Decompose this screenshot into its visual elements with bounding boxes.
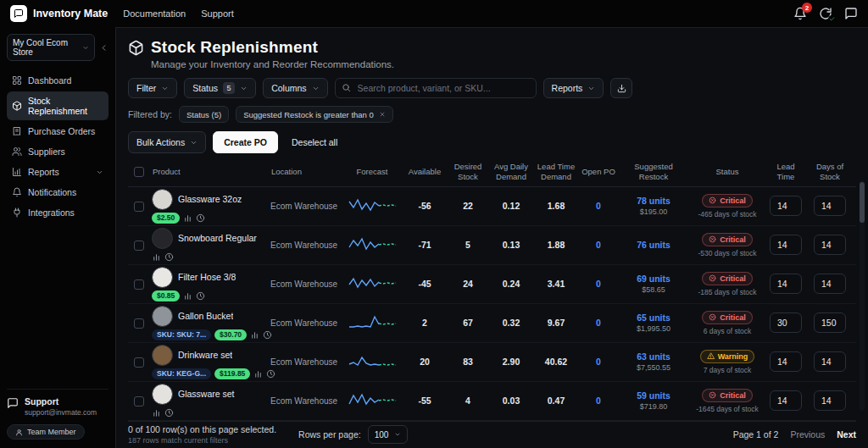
select-all-checkbox[interactable] [134,167,144,177]
column-header-suggested-restock[interactable]: Suggested Restock [618,162,689,182]
column-header-lead-time[interactable]: Lead Time [765,162,806,182]
days-of-stock-input[interactable]: 150 [814,312,846,333]
sidebar-item-integrations[interactable]: Integrations [7,203,108,222]
column-header-location[interactable]: Location [269,167,342,177]
days-of-stock-input[interactable]: 14 [814,351,846,372]
sidebar-item-stock-replenishment[interactable]: Stock Replenishment [7,91,108,120]
product-name[interactable]: Snowboard Regular [178,233,257,243]
sidebar-item-purchase-orders[interactable]: Purchase Orders [7,122,108,141]
status-filter-button[interactable]: Status 5 [184,78,256,98]
bulk-actions-button[interactable]: Bulk Actions [128,131,206,153]
notification-bell-icon[interactable]: 2 [793,7,807,20]
bar-chart-icon[interactable] [253,369,263,379]
open-po-link[interactable]: 0 [596,240,601,250]
restock-value: $719.80 [640,402,668,411]
reports-button[interactable]: Reports [543,78,604,98]
filter-chip-status[interactable]: Status (5) [179,106,229,123]
deselect-all-button[interactable]: Deselect all [285,131,344,153]
sync-status-icon[interactable] [819,7,832,20]
open-po-link[interactable]: 0 [596,201,601,211]
nav-link-support[interactable]: Support [201,8,234,19]
row-checkbox[interactable] [134,396,144,407]
column-header-lead-time-demand[interactable]: Lead Time Demand [533,162,579,182]
product-name[interactable]: Drinkware set [178,350,232,360]
open-po-link[interactable]: 0 [596,279,601,289]
restock-units-link[interactable]: 78 units [637,196,670,206]
sidebar-item-dashboard[interactable]: Dashboard [7,71,108,90]
restock-units-link[interactable]: 76 units [637,240,670,250]
clock-icon[interactable] [266,369,275,379]
restock-units-link[interactable]: 65 units [637,312,670,323]
bar-chart-icon[interactable] [152,408,161,418]
column-header-days-of-stock[interactable]: Days of Stock [806,162,854,182]
store-selector[interactable]: My Cool Ecom Store [7,34,95,61]
lead-time-input[interactable]: 30 [770,312,802,333]
sidebar-collapse-button[interactable] [99,43,108,53]
restock-units-link[interactable]: 59 units [637,390,670,401]
column-header-status[interactable]: Status [689,167,765,177]
bar-chart-icon[interactable] [250,330,259,340]
sidebar-item-notifications[interactable]: Notifications [7,183,108,202]
row-checkbox[interactable] [134,241,144,251]
product-name[interactable]: Glassware set [178,389,235,399]
scrollbar-thumb[interactable] [860,182,865,223]
row-checkbox[interactable] [134,202,144,212]
lead-time-input[interactable]: 14 [770,196,802,216]
restock-units-link[interactable]: 63 units [637,351,670,362]
clock-icon[interactable] [164,408,174,418]
chat-icon[interactable] [844,7,858,20]
support-block[interactable]: Support support@invmate.com [7,396,108,417]
row-checkbox[interactable] [134,279,144,290]
row-checkbox[interactable] [134,357,144,368]
product-name[interactable]: Gallon Bucket [178,311,233,321]
sidebar-item-reports[interactable]: Reports [7,163,108,181]
bar-chart-icon[interactable] [152,252,161,262]
user-role-badge[interactable]: Team Member [7,424,85,440]
columns-button[interactable]: Columns [263,78,327,98]
column-header-open-po[interactable]: Open PO [579,167,618,177]
row-checkbox[interactable] [134,318,144,329]
rows-per-page-select[interactable]: 100 [368,425,409,444]
open-po-link[interactable]: 0 [596,395,601,406]
bar-chart-icon[interactable] [183,213,192,223]
lead-time-input[interactable]: 14 [770,390,802,411]
previous-page-button[interactable]: Previous [790,429,825,440]
sidebar-item-label: Integrations [28,207,75,218]
brand[interactable]: Inventory Mate [10,5,108,22]
clock-icon[interactable] [196,213,205,223]
remove-filter-icon[interactable] [379,111,386,118]
stock-replenishment-icon [12,101,22,111]
clock-icon[interactable] [263,330,272,340]
days-of-stock-input[interactable]: 14 [814,274,846,294]
open-po-link[interactable]: 0 [596,318,601,328]
lead-time-input[interactable]: 14 [770,274,802,294]
sidebar-item-suppliers[interactable]: Suppliers [7,142,108,161]
column-header-desired-stock[interactable]: Desired Stock [447,162,489,182]
filter-button[interactable]: Filter [128,78,177,98]
clock-icon[interactable] [164,252,174,262]
product-name[interactable]: Filter Hose 3/8 [178,272,236,282]
download-button[interactable] [610,78,632,98]
filter-chip-restock[interactable]: Suggested Restock is greater than 0 [236,106,393,123]
column-header-available[interactable]: Available [403,167,447,177]
days-of-stock-input[interactable]: 14 [814,390,846,411]
days-of-stock-input[interactable]: 14 [814,196,846,216]
vertical-scrollbar[interactable] [860,180,865,411]
search-input[interactable] [335,78,537,98]
lead-time-input[interactable]: 14 [770,235,802,255]
clock-icon[interactable] [196,291,205,301]
column-header-avg-daily-demand[interactable]: Avg Daily Demand [489,162,533,182]
column-header-product[interactable]: Product [150,167,269,177]
days-of-stock-input[interactable]: 14 [814,235,846,255]
restock-units-link[interactable]: 69 units [637,274,670,284]
lead-time-input[interactable]: 14 [770,351,802,372]
create-po-button[interactable]: Create PO [213,131,278,153]
open-po-link[interactable]: 0 [596,357,601,367]
next-page-button[interactable]: Next [837,429,856,440]
nav-link-documentation[interactable]: Documentation [123,8,186,19]
status-badge: Critical [702,389,753,402]
restock-value: $1,995.50 [637,324,670,333]
column-header-forecast[interactable]: Forecast [342,167,403,177]
product-name[interactable]: Glassware 32oz [178,194,242,204]
bar-chart-icon[interactable] [183,291,192,301]
